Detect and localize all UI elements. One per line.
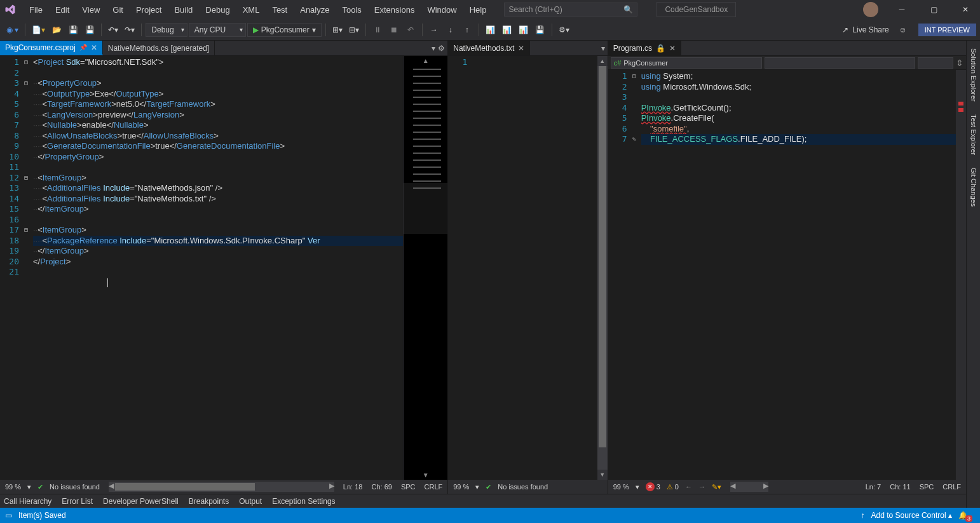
menu-test[interactable]: Test: [267, 3, 292, 17]
whitespace-mode[interactable]: SPC: [401, 483, 416, 491]
menu-view[interactable]: View: [77, 3, 105, 17]
pen-icon[interactable]: ✎▾: [712, 483, 721, 491]
notification-button[interactable]: 🔔3: [958, 511, 975, 520]
split-handle-icon[interactable]: ⇕: [956, 58, 963, 68]
configuration-dropdown[interactable]: Debug: [146, 23, 187, 37]
undo-button[interactable]: ↶▾: [105, 22, 121, 37]
menu-project[interactable]: Project: [131, 3, 167, 17]
scroll-up-icon[interactable]: ▲: [597, 56, 608, 66]
menu-xml[interactable]: XML: [238, 3, 265, 17]
maximize-button[interactable]: ▢: [919, 0, 948, 19]
bottom-tab-call-hierarchy[interactable]: Call Hierarchy: [4, 497, 51, 506]
tb-settings[interactable]: ⚙▾: [556, 22, 572, 37]
open-button[interactable]: 📂: [49, 22, 64, 37]
tb-chart-4[interactable]: 💾: [533, 22, 548, 37]
line-pos[interactable]: Ln: 18: [343, 483, 363, 491]
editor-body-1[interactable]: ⇕ 123456789101112131415161718192021 ⊟⊟⊟⊟…: [0, 56, 447, 480]
editor-body-3[interactable]: 1234567 ⊟✎ using System; using Microsoft…: [608, 70, 966, 480]
nav-member-dropdown[interactable]: [918, 57, 953, 69]
minimap-1[interactable]: ▲ ▼: [403, 56, 447, 480]
zoom-level[interactable]: 99 %: [453, 483, 469, 491]
tb-icon-2[interactable]: ⊟▾: [346, 22, 362, 37]
redo-button[interactable]: ↷▾: [122, 22, 137, 37]
start-button[interactable]: ▶PkgConsumer ▾: [247, 23, 322, 37]
menu-analyze[interactable]: Analyze: [295, 3, 334, 17]
bottom-tab-breakpoints[interactable]: Breakpoints: [189, 497, 229, 506]
tab-nativemethods-cs[interactable]: NativeMethods.cs [generated]: [103, 41, 215, 55]
side-tab-solution-explorer[interactable]: Solution Explorer: [969, 43, 979, 107]
minimize-button[interactable]: ─: [887, 0, 916, 19]
source-control-button[interactable]: Add to Source Control ▴: [871, 511, 952, 520]
menu-help[interactable]: Help: [465, 3, 492, 17]
tab-dropdown-icon[interactable]: ▾: [432, 44, 435, 53]
menu-file[interactable]: File: [24, 3, 48, 17]
step-over-button[interactable]: ⏹: [386, 22, 402, 37]
feedback-button[interactable]: ☺: [895, 22, 911, 37]
zoom-level[interactable]: 99 %: [5, 483, 21, 491]
v-scrollbar-3[interactable]: [956, 70, 966, 480]
side-tab-test-explorer[interactable]: Test Explorer: [969, 109, 979, 160]
menu-extensions[interactable]: Extensions: [369, 3, 420, 17]
nav-fwd-icon[interactable]: →: [698, 483, 705, 491]
step-out-button[interactable]: ↶: [403, 22, 418, 37]
tb-arrow-2[interactable]: ↓: [443, 22, 458, 37]
menu-build[interactable]: Build: [169, 3, 198, 17]
step-into-button[interactable]: ⏸: [370, 22, 385, 37]
fold-gutter-1[interactable]: ⊟⊟⊟⊟: [24, 56, 33, 480]
bottom-tab-output[interactable]: Output: [239, 497, 262, 506]
search-input[interactable]: Search (Ctrl+Q) 🔍: [504, 3, 637, 17]
h-scrollbar-3[interactable]: ◀▶: [730, 482, 768, 492]
tab-dropdown-icon[interactable]: ▾: [601, 44, 605, 53]
error-marker[interactable]: [958, 102, 963, 105]
live-share-button[interactable]: ↗ Live Share: [837, 25, 894, 34]
side-tab-git-changes[interactable]: Git Changes: [969, 163, 979, 212]
nav-back-icon[interactable]: ←: [685, 483, 692, 491]
zoom-level[interactable]: 99 %: [613, 483, 629, 491]
fold-gutter-3[interactable]: ⊟✎: [632, 70, 641, 480]
menu-git[interactable]: Git: [107, 3, 128, 17]
save-button[interactable]: 💾: [65, 22, 81, 37]
close-icon[interactable]: ✕: [669, 44, 676, 53]
tab-nativemethods-txt[interactable]: NativeMethods.txt ✕: [448, 41, 530, 55]
tb-chart-3[interactable]: 📊: [516, 22, 531, 37]
issues-status[interactable]: No issues found: [50, 483, 100, 491]
v-scrollbar-2[interactable]: ▲ ▼: [597, 56, 608, 480]
issues-status[interactable]: No issues found: [498, 483, 548, 491]
scroll-down-icon[interactable]: ▼: [597, 470, 608, 480]
code-content-2[interactable]: [472, 56, 597, 480]
back-button[interactable]: ◉ ▾: [4, 22, 21, 37]
platform-dropdown[interactable]: Any CPU: [189, 23, 246, 37]
tab-program-cs[interactable]: Program.cs 🔒 ✕: [608, 41, 681, 55]
eol-mode[interactable]: CRLF: [943, 483, 961, 491]
new-item-button[interactable]: 📄▾: [29, 22, 48, 37]
col-pos[interactable]: Ch: 11: [890, 483, 910, 491]
save-all-button[interactable]: 💾: [82, 22, 97, 37]
menu-edit[interactable]: Edit: [50, 3, 74, 17]
warning-count[interactable]: ⚠0: [667, 483, 679, 491]
menu-tools[interactable]: Tools: [337, 3, 366, 17]
close-button[interactable]: ✕: [951, 0, 980, 19]
tb-icon-1[interactable]: ⊞▾: [330, 22, 345, 37]
user-avatar-icon[interactable]: [863, 2, 878, 17]
error-count[interactable]: ✕3: [646, 482, 660, 491]
tb-arrow-1[interactable]: →: [426, 22, 442, 37]
editor-body-2[interactable]: ⇕ 1 ▲ ▼: [448, 56, 607, 480]
tb-chart-2[interactable]: 📊: [500, 22, 515, 37]
tb-arrow-3[interactable]: ↑: [459, 22, 475, 37]
tab-settings-icon[interactable]: ⚙: [438, 44, 445, 53]
col-pos[interactable]: Ch: 69: [371, 483, 391, 491]
tab-pkgconsumer-csproj[interactable]: PkgConsumer.csproj📌✕: [0, 41, 103, 55]
line-pos[interactable]: Ln: 7: [866, 483, 881, 491]
solution-name[interactable]: CodeGenSandbox: [657, 2, 736, 17]
eol-mode[interactable]: CRLF: [425, 483, 443, 491]
bottom-tab-dev-powershell[interactable]: Developer PowerShell: [103, 497, 179, 506]
error-marker[interactable]: [958, 108, 963, 112]
close-icon[interactable]: ✕: [518, 44, 524, 53]
menu-window[interactable]: Window: [422, 3, 461, 17]
menu-debug[interactable]: Debug: [200, 3, 235, 17]
nav-project-dropdown[interactable]: c#PkgConsumer: [611, 57, 762, 69]
code-content-3[interactable]: using System; using Microsoft.Windows.Sd…: [641, 70, 956, 480]
pin-icon[interactable]: 📌: [79, 44, 87, 51]
nav-type-dropdown[interactable]: [765, 57, 916, 69]
code-content-1[interactable]: <Project Sdk="Microsoft.NET.Sdk"> ··<Pro…: [33, 56, 403, 480]
